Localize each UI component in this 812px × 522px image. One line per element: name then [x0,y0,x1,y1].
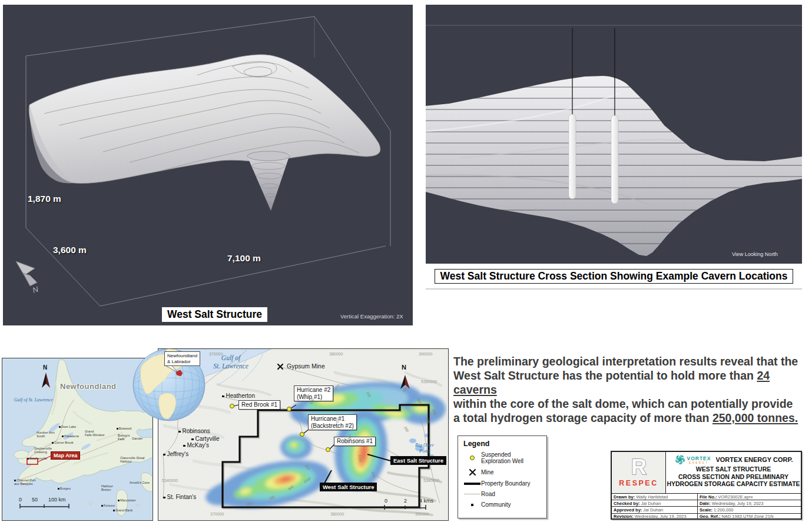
summary-line: a total hydrogen storage capacity of mor… [453,411,812,425]
vortex-wordmark: VORTEX [687,455,711,461]
grid-coordinate: 380000 [329,352,343,356]
community-name: Heatherton [226,393,255,399]
town-name: Grand Bank [115,508,132,512]
legend-item-label: Suspended Exploration Well [481,451,523,464]
grid-coordinate: 390000 [415,512,429,516]
legend-item: Community [463,501,541,508]
town-label: Corner Brook [52,441,74,445]
structure-label: East Salt Structure [390,456,446,465]
town-label: Stephenville [27,457,47,461]
road-icon [463,494,481,495]
title-block-cell: Checked by:Jai Duhan [612,500,698,506]
road-swatch [464,494,480,495]
community-dot [163,497,165,499]
grid-coordinate: 390000 [419,352,432,356]
svg-text:R: R [631,455,647,478]
town-label: Clarenville-Shoal Harbour [120,457,145,463]
community-name: Cartyville [195,435,220,442]
scale-label: 50 [32,497,38,503]
respec-logo: R RESPEC [612,452,666,493]
title-block-row: Drawn by:Wally HarildstadFile No.:VOR230… [612,494,801,500]
vortex-energy-sub: ENERGY [689,461,709,464]
grid-coordinate: 5340000 [162,478,178,483]
boundary-swatch [464,483,480,485]
surface-panel-title: West Salt Structure [162,307,267,322]
town-dot [27,458,29,460]
summary-text: within the core of the salt dome, which … [453,397,793,410]
legend-item: Mine [463,468,541,476]
field-label: File No.: [700,494,717,500]
town-label: Grand Bank [113,509,132,513]
vortex-swirl-icon [674,454,686,466]
grid-coordinate: 5340000 [423,478,439,483]
town-name: Gander [132,437,142,440]
town-name: Deer Lake [61,425,76,428]
well-icon [463,455,481,460]
contour-label: 1100 [358,454,362,462]
grid-coordinate: 380000 [330,512,344,516]
title-block-row: Approved by:Jai DuhanScale:1:200,000 [612,506,801,513]
town-dot [62,435,64,437]
town-label: Stephenville Crossing [34,447,52,454]
field-label: Drawn by: [614,494,635,500]
well-swatch [470,455,475,460]
community-name: St. Fintan's [167,494,197,500]
respec-wordmark: RESPEC [619,479,658,487]
structure-label: West Salt Structure [320,483,377,491]
drawing-title-line: HYDROGEN STORAGE CAPACITY ESTIMATE [667,480,800,488]
cross-section-caption: West Salt Structure Cross Section Showin… [435,269,794,284]
field-label: Geo. Ref.: [700,514,720,519]
community-label: Jeffrey's [163,451,188,457]
community-dot [222,395,224,398]
globe-callout: Newfoundland & Labrador [164,351,200,366]
title-block-cell: Date:Wednesday, July 19, 2023 [698,500,801,506]
cross-section-panel [426,5,802,264]
title-block-header: R RESPEC VORTE [612,452,801,494]
legend-item-label: Community [481,501,511,508]
town-label: Bishop's Falls [118,434,130,441]
summary-text: a total hydrogen storage capacity of mor… [453,411,712,424]
well-marker [326,447,330,452]
summary-line: The preliminary geological interpretatio… [453,354,812,368]
community-name: Jeffrey's [167,451,189,457]
community-dot [178,431,181,433]
field-label: Date: [700,501,711,506]
summary-paragraph: The preliminary geological interpretatio… [453,354,812,425]
summary-line: West Salt Structure has the potential to… [453,368,812,397]
grid-coordinate: 5350000 [421,380,437,384]
field-label: Checked by: [614,501,640,506]
well-marker [287,407,291,411]
town-dot [52,442,54,444]
town-label: Harbour Breton [101,485,113,491]
community-swatch [471,504,473,506]
town-label: Fortune [101,504,115,508]
respec-r-icon: R [627,454,651,478]
field-value: NAD 1983 UTM Zone 21N [721,514,773,519]
town-dot [113,510,115,511]
region-label: Newfoundland [60,382,117,391]
north-label-inset: N [43,364,47,371]
scale-label: 4 kms [419,498,433,504]
legend-item-label: Mine [481,469,494,476]
town-name: Corner Brook [54,441,74,444]
cross-section-render [426,5,802,264]
legend-item: Road [463,491,541,497]
drawing-title-block: R RESPEC VORTE [611,451,802,520]
title-block-cell: Drawn by:Wally Harildstad [612,494,698,500]
scale-label: 0 [19,497,22,503]
town-name: Burgeo [60,487,71,490]
mine-label: Gypsum Mine [287,363,325,370]
field-value: Wednesday, July 19, 2023 [635,514,687,519]
vertical-exaggeration-note: Vertical Exaggeration: 2X [340,313,403,320]
well-marker [300,432,304,437]
boundary-icon [463,483,481,485]
community-dot [191,438,194,441]
town-label: Marystown [118,499,136,503]
community-icon [463,504,481,506]
map-area-badge: Map Area [51,451,80,460]
town-label: Botwood [117,427,131,431]
gulf-label-inset: Gulf of St. Lawrence [14,397,53,403]
axis-depth-label: 3,600 m [53,245,87,255]
well-label: Red Brook #1 [238,400,280,410]
town-label: Arnold's Cove [130,481,150,485]
